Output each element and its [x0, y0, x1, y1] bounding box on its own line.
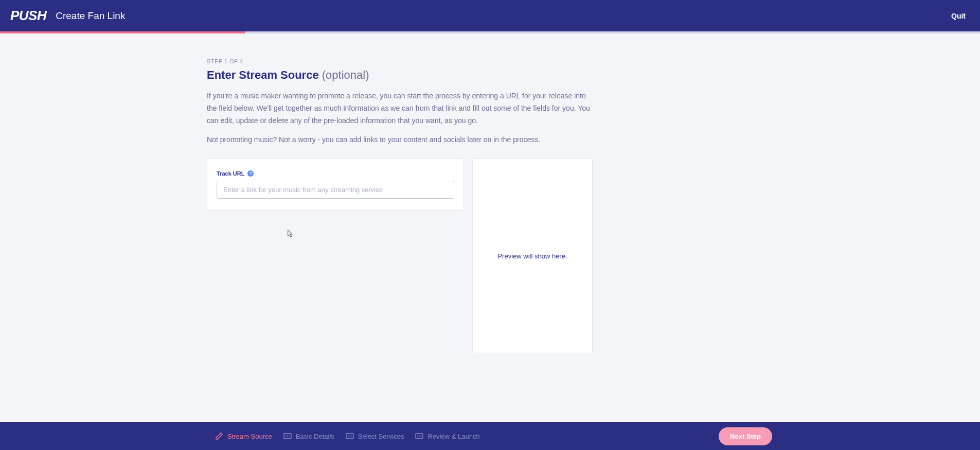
svg-point-10	[419, 436, 420, 437]
dots-icon	[415, 432, 423, 440]
step-stream-source[interactable]: Stream Source	[215, 432, 272, 440]
svg-point-11	[421, 436, 422, 437]
step-select-services[interactable]: Select Services	[346, 432, 404, 440]
help-icon[interactable]: ?	[247, 170, 254, 177]
preview-placeholder-text: Preview will show here.	[497, 252, 567, 260]
svg-point-6	[349, 436, 350, 437]
dots-icon	[346, 432, 354, 440]
header-title: Create Fan Link	[56, 10, 125, 22]
step-label-1: Stream Source	[227, 432, 272, 440]
page-title: Enter Stream Source (optional)	[207, 68, 595, 82]
quit-button[interactable]: Quit	[951, 12, 966, 20]
progress-track	[0, 31, 980, 33]
logo[interactable]: PUSH	[10, 8, 46, 24]
app-header: PUSH Create Fan Link Quit	[0, 0, 980, 31]
step-label: STEP 1 OF 4	[207, 58, 595, 64]
dots-icon	[283, 432, 292, 440]
track-url-input[interactable]	[217, 181, 454, 199]
svg-point-2	[287, 436, 288, 437]
svg-point-5	[348, 436, 349, 437]
svg-point-1	[286, 436, 287, 437]
input-panel: Track URL ?	[207, 159, 464, 211]
step-label-4: Review & Launch	[427, 432, 479, 440]
footer-steps: Stream Source Basic Details Select Servi…	[215, 432, 480, 440]
header-left: PUSH Create Fan Link	[10, 8, 125, 24]
columns: Track URL ? Preview will show here.	[207, 159, 801, 353]
step-label-3: Select Services	[358, 432, 404, 440]
track-url-label: Track URL	[217, 170, 244, 177]
page-title-main: Enter Stream Source	[207, 68, 319, 81]
preview-panel: Preview will show here.	[472, 159, 593, 353]
description-2: Not promoting music? Not a worry - you c…	[207, 134, 595, 146]
edit-icon	[215, 432, 223, 440]
svg-point-7	[351, 436, 352, 437]
content-wrapper: STEP 1 OF 4 Enter Stream Source (optiona…	[207, 58, 595, 146]
description-1: If you're a music maker wanting to promo…	[207, 90, 595, 127]
footer: Stream Source Basic Details Select Servi…	[0, 422, 980, 450]
step-label-2: Basic Details	[296, 432, 334, 440]
progress-fill	[0, 31, 245, 33]
step-review-launch[interactable]: Review & Launch	[415, 432, 479, 440]
svg-point-9	[418, 436, 419, 437]
page-title-optional: (optional)	[322, 68, 369, 81]
next-step-button[interactable]: Next Step	[719, 427, 772, 445]
step-basic-details[interactable]: Basic Details	[283, 432, 334, 440]
svg-point-3	[289, 436, 290, 437]
track-url-label-row: Track URL ?	[217, 170, 454, 177]
